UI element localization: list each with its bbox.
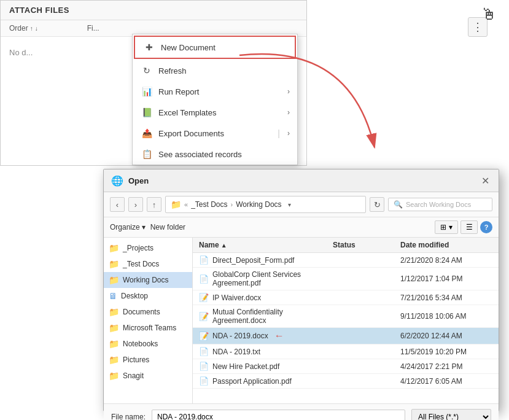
sidebar-item-test-docs-label: _Test Docs	[123, 260, 159, 268]
export-documents-label: Export Documents	[158, 129, 224, 138]
date-modified-column-header: Date modified	[400, 241, 492, 249]
file-date-mutual-conf: 9/11/2018 10:06 AM	[400, 312, 492, 321]
txt-icon-nda-txt: 📄	[199, 347, 209, 356]
organize-label: Organize	[110, 223, 140, 231]
new-folder-label: New folder	[150, 223, 185, 231]
notebooks-folder-icon: 📁	[109, 339, 119, 349]
new-document-label: New Document	[161, 43, 216, 52]
breadcrumb-dropdown-button[interactable]: ▾	[285, 198, 295, 211]
file-row-ip-waiver[interactable]: 📝 IP Waiver.docx 7/21/2016 5:34 AM	[193, 290, 499, 305]
file-name-nda-2019: NDA - 2019.docx	[212, 332, 268, 340]
sidebar-item-projects[interactable]: 📁 _Projects	[104, 240, 192, 256]
context-menu-see-associated[interactable]: 📋 See associated records	[133, 144, 297, 165]
excel-icon: 📗	[141, 107, 152, 118]
order-column-header: Order ↑ ↓	[9, 24, 38, 33]
run-report-arrow: ›	[287, 87, 290, 96]
file-row-passport[interactable]: 📄 Passport Application.pdf 4/12/2017 6:0…	[193, 374, 499, 389]
sidebar-item-desktop-label: Desktop	[121, 292, 148, 300]
sidebar-item-ms-teams-label: Microsoft Teams	[123, 324, 176, 332]
sidebar-item-desktop[interactable]: 🖥 Desktop	[104, 288, 192, 304]
excel-templates-arrow: ›	[287, 108, 290, 117]
back-button[interactable]: ‹	[110, 197, 125, 212]
file-date-direct-deposit: 2/21/2020 8:24 AM	[400, 256, 492, 265]
view-dropdown-button[interactable]: ⊞ ▾	[435, 220, 458, 234]
new-folder-button[interactable]: New folder	[150, 223, 185, 231]
snagit-folder-icon: 📁	[109, 371, 119, 381]
breadcrumb-bar: 📁 « _Test Docs › Working Docs ▾	[165, 196, 366, 213]
pdf-icon-globalcorp: 📄	[199, 274, 209, 284]
file-row-direct-deposit[interactable]: 📄 Direct_Deposit_Form.pdf 2/21/2020 8:24…	[193, 253, 499, 268]
context-menu: ✚ New Document ↻ Refresh 📊 Run Report › …	[132, 34, 298, 165]
desktop-folder-icon: 🖥	[109, 291, 117, 301]
context-menu-excel-templates[interactable]: 📗 Excel Templates ›	[133, 102, 297, 123]
breadcrumb-separator: ›	[230, 201, 233, 208]
dialog-footer: File name: All Files (*.*)	[104, 403, 499, 420]
breadcrumb-current: Working Docs	[236, 200, 281, 209]
dialog-title: 🌐 Open	[111, 175, 149, 187]
order-header-label: Order	[9, 24, 28, 33]
sidebar-item-notebooks[interactable]: 📁 Notebooks	[104, 336, 192, 352]
context-menu-new-document[interactable]: ✚ New Document	[134, 36, 296, 59]
dialog-title-icon: 🌐	[111, 175, 123, 187]
sidebar-item-snagit[interactable]: 📁 Snagit	[104, 368, 192, 384]
dialog-nav-toolbar: ‹ › ↑ 📁 « _Test Docs › Working Docs ▾ ↻ …	[104, 192, 499, 217]
sort-down-icon: ↓	[35, 25, 38, 32]
sidebar-item-test-docs[interactable]: 📁 _Test Docs	[104, 256, 192, 272]
dialog-title-bar: 🌐 Open ✕	[104, 169, 499, 192]
file-name-cell-ip-waiver: 📝 IP Waiver.docx	[199, 293, 333, 302]
context-menu-run-report[interactable]: 📊 Run Report ›	[133, 81, 297, 102]
dialog-close-button[interactable]: ✕	[479, 174, 491, 187]
search-bar: 🔍 Search Working Docs	[388, 198, 492, 211]
file-name-globalcorp: GlobalCorp Client Services Agreement.pdf	[212, 270, 333, 287]
excel-templates-label: Excel Templates	[158, 108, 216, 117]
file-row-new-hire[interactable]: 📄 New Hire Packet.pdf 4/24/2017 2:21 PM	[193, 359, 499, 374]
file-name-input[interactable]	[152, 410, 405, 420]
dialog-refresh-button[interactable]: ↻	[370, 197, 384, 212]
view-buttons: ⊞ ▾ ☰ ?	[435, 220, 492, 234]
file-row-mutual-conf[interactable]: 📝 Mutual Confidentiality Agreement.docx …	[193, 305, 499, 328]
name-sort-icon: ▲	[221, 242, 227, 249]
file-date-nda-txt: 11/5/2019 10:20 PM	[400, 348, 492, 356]
sidebar-item-pictures[interactable]: 📁 Pictures	[104, 352, 192, 368]
organize-dropdown-icon: ▾	[142, 223, 146, 231]
sidebar-item-ms-teams[interactable]: 📁 Microsoft Teams	[104, 320, 192, 336]
pdf-icon-direct-deposit: 📄	[199, 255, 209, 265]
search-placeholder-text: Search Working Docs	[406, 201, 471, 208]
sidebar-item-snagit-label: Snagit	[123, 371, 144, 380]
dialog-file-list: Name ▲ Status Date modified 📄 Direct_Dep…	[193, 238, 499, 403]
search-icon: 🔍	[394, 200, 403, 209]
help-button[interactable]: ?	[480, 221, 492, 233]
context-menu-refresh[interactable]: ↻ Refresh	[133, 60, 297, 81]
file-date-new-hire: 4/24/2017 2:21 PM	[400, 362, 492, 371]
context-menu-export-documents[interactable]: 📤 Export Documents | ›	[133, 123, 297, 144]
status-column-header: Status	[333, 241, 400, 249]
sidebar-item-notebooks-label: Notebooks	[123, 340, 158, 348]
sidebar-item-documents-label: Documents	[123, 308, 160, 316]
export-pipe: |	[278, 128, 280, 138]
file-date-ip-waiver: 7/21/2016 5:34 AM	[400, 294, 492, 302]
dialog-body: 📁 _Projects 📁 _Test Docs 📁 Working Docs …	[104, 238, 499, 403]
up-button[interactable]: ↑	[147, 197, 161, 212]
organize-button[interactable]: Organize ▾	[110, 223, 146, 231]
file-name-cell-nda-txt: 📄 NDA - 2019.txt	[199, 347, 333, 356]
sidebar-item-documents[interactable]: 📁 Documents	[104, 304, 192, 320]
file-row-globalcorp[interactable]: 📄 GlobalCorp Client Services Agreement.p…	[193, 268, 499, 290]
file-name-cell-direct-deposit: 📄 Direct_Deposit_Form.pdf	[199, 255, 333, 265]
file-name-direct-deposit: Direct_Deposit_Form.pdf	[212, 256, 294, 265]
sidebar-item-working-docs-label: Working Docs	[123, 276, 168, 284]
name-column-header: Name ▲	[199, 241, 333, 249]
nda-red-arrow: ←	[274, 330, 284, 341]
forward-button[interactable]: ›	[128, 197, 143, 212]
file-type-select[interactable]: All Files (*.*)	[411, 409, 491, 420]
attach-files-header: ATTACH FILES	[1, 1, 306, 20]
file-date-passport: 4/12/2017 6:05 AM	[400, 377, 492, 386]
details-view-button[interactable]: ☰	[460, 220, 478, 234]
file-row-nda-txt[interactable]: 📄 NDA - 2019.txt 11/5/2019 10:20 PM	[193, 344, 499, 359]
sidebar-item-working-docs[interactable]: 📁 Working Docs	[104, 272, 192, 288]
file-row-nda-2019[interactable]: 📝 NDA - 2019.docx ← 6/2/2020 12:44 AM	[193, 328, 499, 344]
export-icon: 📤	[141, 128, 152, 139]
file-date-globalcorp: 1/12/2017 1:04 PM	[400, 274, 492, 283]
pdf-icon-new-hire: 📄	[199, 362, 209, 371]
docx-icon-ip-waiver: 📝	[199, 293, 209, 302]
docx-icon-nda-2019: 📝	[199, 332, 209, 341]
